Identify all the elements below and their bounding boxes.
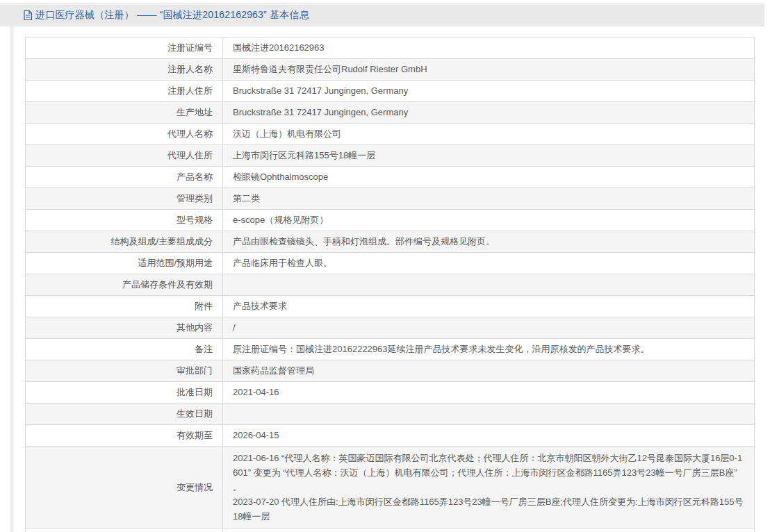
row-value: Bruckstraße 31 72417 Jungingen, Germany	[223, 81, 755, 102]
row-value: 沃迈（上海）机电有限公司	[223, 124, 755, 145]
row-label: 注册人名称	[26, 59, 223, 81]
row-value: 2021-04-16	[223, 382, 755, 404]
page-title-bar: 进口医疗器械（注册） —— “国械注进20162162963” 基本信息	[0, 3, 764, 26]
row-value: Bruckstraße 31 72417 Jungingen, Germany	[223, 102, 755, 124]
row-label: 有效期至	[26, 425, 223, 447]
row-value: 上海市闵行区元科路155号18幢一层	[223, 145, 755, 167]
table-row: 其他内容 /	[26, 317, 755, 339]
row-label: 批准日期	[26, 382, 223, 404]
table-row: 生效日期	[26, 404, 755, 425]
change-entry: 2021-06-16 “代理人名称：英国豪迈国际有限公司北京代表处；代理人住所：…	[233, 451, 744, 494]
row-label: 产品名称	[26, 167, 223, 188]
row-label: 结构及组成/主要组成成分	[26, 231, 223, 253]
table-row: 批准日期 2021-04-16	[26, 382, 755, 404]
row-label: 产品储存条件及有效期	[26, 274, 223, 296]
row-value: 国家药品监督管理局	[223, 360, 755, 382]
page-shadow	[8, 26, 15, 532]
table-row: 结构及组成/主要组成成分 产品由眼检查镜镜头、手柄和灯泡组成。部件编号及规格见附…	[26, 231, 755, 253]
row-label: 生效日期	[26, 404, 223, 425]
table-row: 适用范围/预期用途 产品临床用于检查人眼。	[26, 253, 755, 274]
row-label: 管理类别	[26, 188, 223, 210]
row-value: 产品临床用于检查人眼。	[223, 253, 755, 274]
row-value: 第二类	[223, 188, 755, 210]
row-value: 2026-04-15	[223, 425, 755, 447]
table-row: 生产地址 Bruckstraße 31 72417 Jungingen, Ger…	[26, 102, 755, 124]
row-label: 备注	[26, 339, 223, 360]
table-row: 有效期至 2026-04-15	[26, 425, 755, 447]
table-row: 产品名称 检眼镜Ophthalmoscope	[26, 167, 755, 188]
row-value: 原注册证编号：国械注进20162222963延续注册产品技术要求未发生变化，沿用…	[223, 339, 755, 360]
table-row: 型号规格 e-scope（规格见附页）	[26, 210, 755, 231]
table-row: 附件 产品技术要求	[26, 296, 755, 317]
row-label: 附件	[26, 296, 223, 317]
row-label: 注册人住所	[26, 81, 223, 102]
row-value: 里斯特鲁道夫有限责任公司Rudolf Riester GmbH	[223, 59, 755, 81]
row-value: 国械注进20162162963	[223, 38, 755, 59]
table-row: 产品储存条件及有效期	[26, 274, 755, 296]
row-label: 型号规格	[26, 210, 223, 231]
table-row: 变更情况 2021-06-16 “代理人名称：英国豪迈国际有限公司北京代表处；代…	[26, 447, 755, 529]
table-row: 注册证编号 国械注进20162162963	[26, 38, 755, 59]
table-row: 备注 原注册证编号：国械注进20162222963延续注册产品技术要求未发生变化…	[26, 339, 755, 360]
row-value: /	[223, 317, 755, 339]
row-label: 审批部门	[26, 360, 223, 382]
row-value: 2021-06-16 “代理人名称：英国豪迈国际有限公司北京代表处；代理人住所：…	[223, 447, 755, 529]
row-label: 适用范围/预期用途	[26, 253, 223, 274]
table-row: 代理人住所 上海市闵行区元科路155号18幢一层	[26, 145, 755, 167]
row-label: 注册证编号	[26, 38, 223, 59]
row-value: 产品由眼检查镜镜头、手柄和灯泡组成。部件编号及规格见附页。	[223, 231, 755, 253]
row-value: 检眼镜Ophthalmoscope	[223, 167, 755, 188]
change-entry: 2023-07-20 代理人住所由:上海市闵行区金都路1165弄123号23幢一…	[233, 494, 744, 524]
registration-info-table: 注册证编号 国械注进20162162963 注册人名称 里斯特鲁道夫有限责任公司…	[25, 37, 755, 532]
page-title: 进口医疗器械（注册） —— “国械注进20162162963” 基本信息	[35, 9, 309, 22]
row-label: 生产地址	[26, 102, 223, 124]
document-icon	[23, 10, 33, 21]
table-row: 代理人名称 沃迈（上海）机电有限公司	[26, 124, 755, 145]
row-label: 注	[26, 529, 223, 532]
row-label: 其他内容	[26, 317, 223, 339]
table-row: 注 详情	[26, 529, 755, 532]
row-value	[223, 404, 755, 425]
row-value	[223, 274, 755, 296]
row-value: 详情	[223, 529, 755, 532]
row-value: 产品技术要求	[223, 296, 755, 317]
table-row: 注册人名称 里斯特鲁道夫有限责任公司Rudolf Riester GmbH	[26, 59, 755, 81]
table-row: 审批部门 国家药品监督管理局	[26, 360, 755, 382]
row-label: 变更情况	[26, 447, 223, 529]
row-value: e-scope（规格见附页）	[223, 210, 755, 231]
row-label: 代理人住所	[26, 145, 223, 167]
row-label: 代理人名称	[26, 124, 223, 145]
table-row: 管理类别 第二类	[26, 188, 755, 210]
table-row: 注册人住所 Bruckstraße 31 72417 Jungingen, Ge…	[26, 81, 755, 102]
